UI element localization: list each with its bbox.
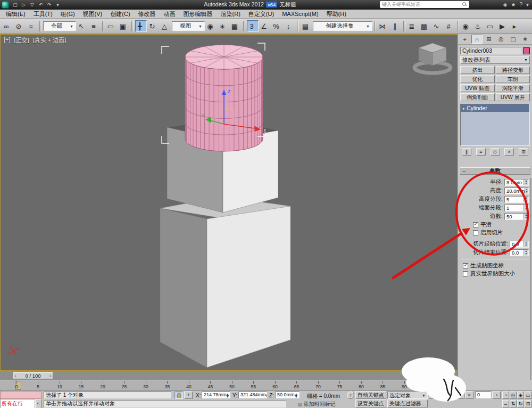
mirror-icon[interactable]: ⋈ <box>378 20 389 32</box>
open-file-icon[interactable]: ▷ <box>20 2 27 9</box>
menu-item[interactable]: 帮助(H) <box>323 10 350 18</box>
modifier-preset-button[interactable]: 路径变形 <box>496 66 530 74</box>
menu-item[interactable]: 编辑(E) <box>2 10 29 18</box>
schematic-view-icon[interactable]: # <box>444 20 455 32</box>
select-and-scale-icon[interactable]: △ <box>160 20 171 32</box>
spinner-arrows-icon[interactable]: ▴▾ <box>266 393 267 397</box>
selection-filter-dropdown[interactable]: 全部▼ <box>43 21 76 31</box>
maximize-viewport-toggle-icon[interactable]: ⊞ <box>525 400 531 407</box>
visibility-bulb-icon[interactable]: ● <box>462 107 464 110</box>
create-tab[interactable]: + <box>459 35 471 44</box>
enable-slice-checkbox[interactable] <box>473 230 478 235</box>
help-icon[interactable]: ? <box>519 1 522 8</box>
listener-scroll-button[interactable]: < <box>35 399 41 408</box>
keyboard-shortcut-override-icon[interactable]: ▦ <box>230 20 242 32</box>
menu-item[interactable]: 渲染(R) <box>217 10 244 18</box>
menu-item[interactable]: 组(G) <box>57 10 79 18</box>
go-to-start-icon[interactable]: « <box>429 391 437 399</box>
select-and-move-icon[interactable]: ╋ <box>135 20 147 32</box>
hierarchy-tab[interactable]: ⊞ <box>483 35 495 44</box>
object-name-field[interactable]: Cylinder003 <box>460 47 521 54</box>
key-filters-button[interactable]: 关键点过滤器... <box>387 399 428 407</box>
infocenter-search[interactable]: 键入关键字或短语 <box>380 1 469 8</box>
utilities-tab[interactable]: ∗ <box>519 35 531 44</box>
snap-toggle-3d-icon[interactable]: 3 <box>247 20 259 32</box>
modifier-preset-button[interactable]: 车削 <box>496 75 530 83</box>
align-icon[interactable]: ∥ <box>390 20 402 32</box>
generate-mapping-coords-checkbox[interactable]: ✓ <box>463 263 468 268</box>
new-scene-icon[interactable]: ▢ <box>12 2 19 9</box>
spinner-arrows-icon[interactable]: ▴▾ <box>523 250 528 256</box>
spinner-arrows-icon[interactable]: ▴▾ <box>295 393 297 397</box>
viewport-menu-general[interactable]: [+] <box>4 36 11 44</box>
previous-frame-arrow-icon[interactable]: ‹ <box>15 373 16 379</box>
material-editor-icon[interactable]: ◉ <box>461 20 472 32</box>
pan-icon[interactable]: ↔ <box>502 400 509 407</box>
menu-item[interactable]: MAXScript(M) <box>278 11 322 17</box>
viewport-canvas[interactable]: Z X Y <box>1 35 457 370</box>
next-frame-icon[interactable]: › <box>456 391 464 399</box>
viewport-menu-shading[interactable]: [真实 + 边面] <box>33 36 66 44</box>
spinner-arrows-icon[interactable]: ▴▾ <box>227 393 229 397</box>
render-iterative-icon[interactable]: ▸ <box>510 20 521 32</box>
configure-modifier-sets-icon[interactable]: ⊞ <box>519 148 528 156</box>
save-file-icon[interactable]: ▽ <box>29 2 36 9</box>
menu-item[interactable]: 创建(C) <box>106 10 134 18</box>
viewport-orthographic[interactable]: Z X Y [+] [正交] [真实 + 边面] <box>0 34 458 371</box>
real-world-map-size-checkbox[interactable] <box>463 271 468 276</box>
panel-scrollbar[interactable] <box>530 178 531 380</box>
absolute-mode-toggle[interactable]: + <box>184 391 193 399</box>
maxscript-listener-pane[interactable]: 所有在行 <box>0 399 35 408</box>
auto-key-button[interactable]: 自动关键点 <box>355 391 386 399</box>
select-and-link-icon[interactable]: ∞ <box>2 20 13 32</box>
select-and-rotate-icon[interactable]: ↻ <box>147 20 159 32</box>
sides-spinner[interactable]: 50 ▴▾ <box>504 213 529 220</box>
make-unique-icon[interactable]: ◇ <box>491 148 500 156</box>
object-color-swatch[interactable] <box>523 47 530 54</box>
modifier-preset-button[interactable]: 挤出 <box>460 66 495 74</box>
view-cube[interactable] <box>414 43 451 73</box>
3dsmax-logo-icon[interactable] <box>2 1 9 9</box>
menu-item[interactable]: 修改器 <box>135 10 160 18</box>
reference-coordinate-system-dropdown[interactable]: 视图▼ <box>172 21 205 31</box>
cap-segments-spinner[interactable]: 1 ▴▾ <box>504 205 529 211</box>
infocenter-menu-icon[interactable]: ▾ <box>526 1 529 8</box>
use-pivot-point-center-icon[interactable]: ◉ <box>205 20 217 32</box>
time-configuration-button[interactable]: ◔ <box>492 391 501 399</box>
render-production-icon[interactable]: ▶ <box>497 20 509 32</box>
modifier-preset-button[interactable]: 倒角剖面 <box>460 93 495 101</box>
go-to-end-icon[interactable]: » <box>465 391 473 399</box>
modifier-preset-button[interactable]: UVW 展开 <box>496 93 530 101</box>
track-bar[interactable]: 0510152025303540455055606570758085909510… <box>0 380 458 390</box>
percent-snap-toggle-icon[interactable]: % <box>271 20 283 32</box>
quick-access-menu-icon[interactable]: ▾ <box>54 2 61 9</box>
zoom-extents-icon[interactable]: ◈ <box>517 391 524 399</box>
time-slider-handle[interactable]: ‹ 0 / 100 › <box>13 372 53 379</box>
modify-tab[interactable]: ∩ <box>471 35 483 44</box>
spinner-arrows-icon[interactable]: ▴▾ <box>523 197 528 202</box>
angle-snap-toggle-icon[interactable]: ∠ <box>259 20 271 32</box>
previous-frame-icon[interactable]: ‹ <box>438 391 446 399</box>
rectangular-selection-region-icon[interactable]: ▭ <box>106 20 118 32</box>
zoom-all-icon[interactable]: ◎ <box>510 391 517 399</box>
y-coordinate-field[interactable]: 321.484mm ▴▾ <box>238 391 267 398</box>
spinner-arrows-icon[interactable]: ▴▾ <box>523 241 528 247</box>
curve-editor-icon[interactable]: ∿ <box>431 20 443 32</box>
favorites-icon[interactable]: ★ <box>511 1 516 8</box>
zoom-icon[interactable]: ◔ <box>502 391 509 399</box>
current-frame-field[interactable]: 0 <box>475 391 491 398</box>
redo-icon[interactable]: ↷ <box>46 2 53 9</box>
motion-tab[interactable]: ◎ <box>495 35 507 44</box>
height-segments-spinner[interactable]: 5 ▴▾ <box>504 196 529 203</box>
macro-recorder-pane[interactable] <box>0 391 41 399</box>
selected-filter-dropdown[interactable]: 选定对象▼ <box>387 391 428 399</box>
viewport-menu-pov[interactable]: [正交] <box>14 36 29 44</box>
undo-icon[interactable]: ↶ <box>37 2 44 9</box>
select-and-manipulate-icon[interactable]: ∗ <box>218 20 229 32</box>
set-key-button[interactable]: 设置关键点 <box>355 399 386 407</box>
play-icon[interactable]: ▶ <box>447 391 455 399</box>
time-slider[interactable]: ‹ 0 / 100 › <box>0 371 458 380</box>
graphite-modeling-tools-icon[interactable]: ▩ <box>419 20 431 32</box>
radius-spinner[interactable]: 8.0mm ▴▾ <box>504 179 529 186</box>
window-crossing-toggle-icon[interactable]: ▣ <box>118 20 130 32</box>
